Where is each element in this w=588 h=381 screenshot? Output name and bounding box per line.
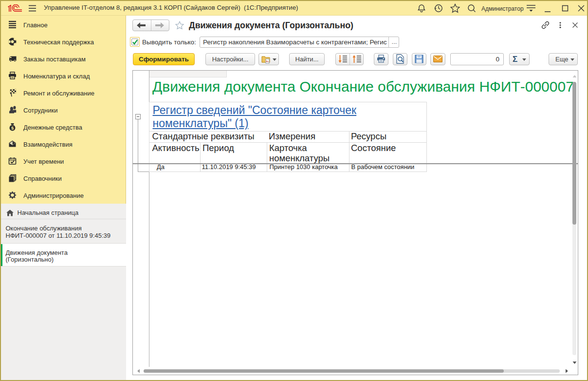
svg-text:$: $	[11, 125, 14, 130]
